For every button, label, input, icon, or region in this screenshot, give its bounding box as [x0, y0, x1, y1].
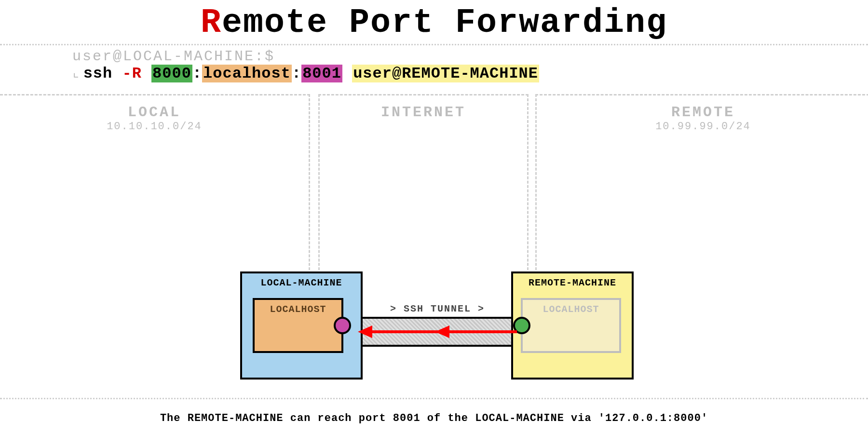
divider-bottom — [0, 398, 868, 399]
zone-remote-subnet: 10.99.99.0/24 — [537, 121, 868, 133]
local-localhost-label: LOCALHOST — [270, 304, 326, 315]
command-block: user@LOCAL-MACHINE:$ ⌞ssh -R 8000:localh… — [72, 48, 868, 82]
local-localhost-box: LOCALHOST — [253, 298, 343, 353]
cmd-remote-port: 8000 — [151, 65, 192, 82]
remote-machine-box: REMOTE-MACHINE LOCALHOST — [511, 271, 634, 380]
prompt-caret-icon: ⌞ — [72, 65, 81, 81]
remote-localhost-label: LOCALHOST — [542, 304, 599, 315]
port-8001-icon — [334, 317, 351, 334]
cmd-flag: -R — [122, 65, 141, 82]
cmd-host: localhost — [202, 65, 292, 82]
cmd-ssh: ssh — [83, 65, 122, 82]
shell-prompt: user@LOCAL-MACHINE:$ — [72, 48, 868, 65]
caption-text: The REMOTE-MACHINE can reach port 8001 o… — [0, 412, 868, 424]
zone-local-title: LOCAL — [0, 104, 309, 121]
divider-top — [0, 44, 868, 45]
title-rest: emote Port Forwarding — [222, 4, 667, 42]
traffic-arrow-icon — [353, 320, 522, 344]
remote-localhost-box: LOCALHOST — [521, 298, 621, 353]
cmd-local-port: 8001 — [301, 65, 342, 82]
zone-remote-title: REMOTE — [537, 104, 868, 121]
page-title: Remote Port Forwarding — [0, 0, 868, 42]
remote-machine-label: REMOTE-MACHINE — [517, 277, 628, 288]
local-machine-label: LOCAL-MACHINE — [246, 277, 357, 288]
ssh-command: ⌞ssh -R 8000:localhost:8001 user@REMOTE-… — [72, 65, 868, 82]
tunnel-label: > SSH TUNNEL > — [363, 303, 512, 314]
svg-marker-1 — [358, 326, 372, 338]
cmd-sep2: : — [292, 65, 301, 82]
zone-internet-title: INTERNET — [320, 104, 527, 121]
network-zones: LOCAL 10.10.10.0/24 INTERNET REMOTE 10.9… — [0, 94, 868, 374]
zone-local-subnet: 10.10.10.0/24 — [0, 121, 309, 133]
cmd-target: user@REMOTE-MACHINE — [352, 65, 539, 82]
svg-marker-2 — [435, 326, 449, 338]
local-machine-box: LOCAL-MACHINE LOCALHOST — [240, 271, 363, 380]
title-first-letter: R — [201, 4, 222, 42]
cmd-sep1: : — [192, 65, 202, 82]
